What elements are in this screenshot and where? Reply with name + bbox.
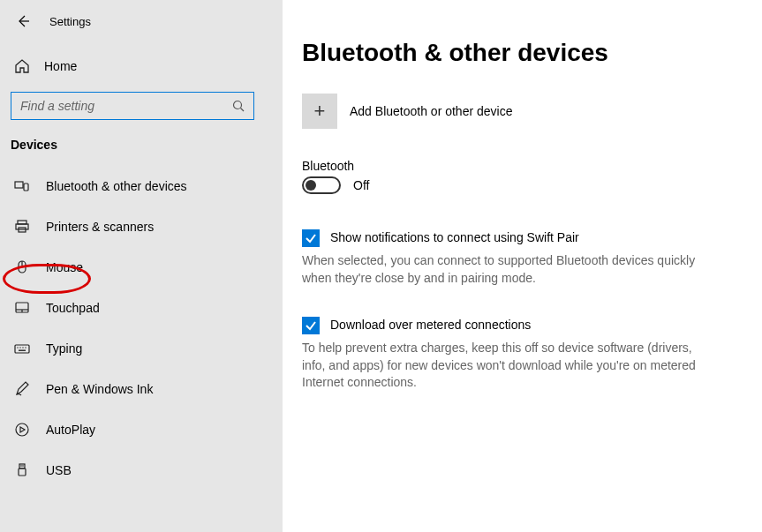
nav-label: Pen & Windows Ink [46, 382, 153, 396]
swift-pair-row: Show notifications to connect using Swif… [302, 229, 736, 247]
svg-rect-5 [16, 224, 28, 229]
swift-pair-checkbox[interactable] [302, 229, 320, 247]
sidebar: Settings Home Devices Bluetooth & other … [0, 0, 283, 532]
devices-icon [14, 178, 30, 194]
check-icon [305, 319, 317, 332]
svg-rect-12 [15, 345, 29, 353]
nav-list: Bluetooth & other devices Printers & sca… [0, 166, 283, 491]
arrow-left-icon [16, 14, 30, 28]
swift-pair-label: Show notifications to connect using Swif… [330, 229, 579, 244]
search-input[interactable] [20, 99, 232, 113]
metered-checkbox[interactable] [302, 317, 320, 334]
nav-label: Printers & scanners [46, 220, 154, 234]
plus-icon: + [314, 100, 326, 123]
mouse-icon [14, 259, 30, 275]
home-icon [14, 58, 30, 74]
nav-typing[interactable]: Typing [0, 328, 283, 369]
bluetooth-state: Off [353, 178, 369, 192]
nav-label: Mouse [46, 260, 83, 274]
nav-bluetooth[interactable]: Bluetooth & other devices [0, 166, 283, 206]
home-label: Home [44, 59, 77, 73]
nav-label: Touchpad [46, 301, 100, 315]
metered-row: Download over metered connections [302, 317, 736, 334]
nav-usb[interactable]: USB [0, 450, 283, 491]
back-button[interactable] [14, 12, 32, 30]
nav-pen[interactable]: Pen & Windows Ink [0, 369, 283, 409]
bluetooth-label: Bluetooth [302, 159, 736, 173]
toggle-knob [306, 180, 316, 191]
search-wrap [0, 92, 283, 120]
metered-help: To help prevent extra charges, keep this… [302, 340, 708, 392]
svg-point-0 [234, 101, 242, 109]
nav-printers[interactable]: Printers & scanners [0, 206, 283, 247]
nav-label: Typing [46, 341, 82, 356]
svg-line-1 [241, 109, 245, 112]
svg-point-18 [16, 423, 28, 436]
section-heading: Devices [0, 120, 283, 157]
keyboard-icon [14, 341, 30, 356]
svg-rect-19 [19, 464, 25, 468]
nav-autoplay[interactable]: AutoPlay [0, 409, 283, 450]
nav-mouse[interactable]: Mouse [0, 247, 283, 288]
add-device-tile[interactable]: + [302, 94, 337, 129]
bluetooth-toggle[interactable] [302, 176, 341, 194]
add-device-label: Add Bluetooth or other device [350, 104, 512, 118]
bluetooth-toggle-row: Off [302, 176, 736, 194]
check-icon [305, 232, 317, 244]
nav-label: USB [46, 463, 72, 477]
metered-label: Download over metered connections [330, 317, 531, 332]
nav-label: Bluetooth & other devices [46, 179, 187, 193]
pen-icon [14, 381, 30, 397]
svg-point-16 [25, 347, 26, 348]
svg-rect-17 [19, 350, 26, 351]
add-device-row[interactable]: + Add Bluetooth or other device [302, 94, 736, 129]
home-nav[interactable]: Home [0, 48, 283, 85]
printer-icon [14, 219, 30, 235]
search-box[interactable] [11, 92, 254, 120]
svg-point-13 [17, 347, 18, 348]
svg-point-15 [22, 347, 23, 348]
svg-rect-4 [18, 221, 26, 224]
titlebar: Settings [0, 12, 283, 48]
autoplay-icon [14, 422, 30, 438]
svg-rect-20 [19, 468, 26, 476]
svg-rect-3 [24, 184, 28, 191]
svg-point-14 [19, 347, 20, 348]
page-title: Bluetooth & other devices [302, 39, 736, 67]
window-title: Settings [49, 15, 91, 28]
touchpad-icon [14, 300, 30, 316]
search-icon [232, 100, 245, 112]
nav-label: AutoPlay [46, 423, 95, 437]
usb-icon [14, 462, 30, 478]
svg-rect-2 [15, 182, 23, 188]
swift-pair-help: When selected, you can connect to suppor… [302, 252, 708, 287]
main-content: Bluetooth & other devices + Add Bluetoot… [283, 0, 762, 532]
nav-touchpad[interactable]: Touchpad [0, 288, 283, 328]
